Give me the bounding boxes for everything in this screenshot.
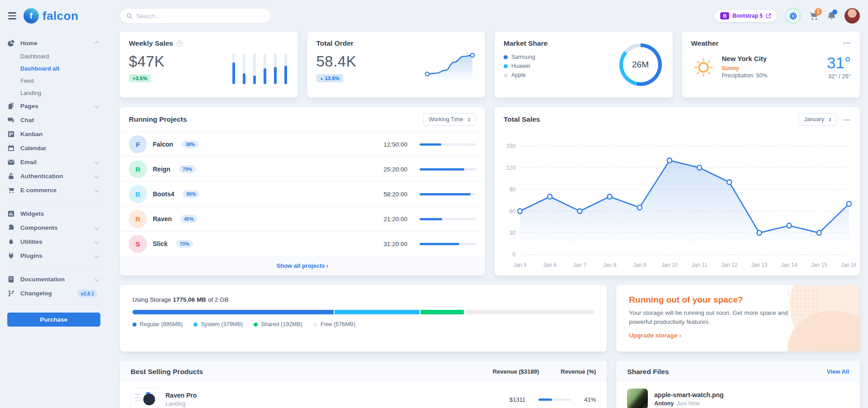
sidebar-item-label: Home [20,40,90,47]
svg-text:Jan 7: Jan 7 [573,262,587,268]
sidebar-item-chat[interactable]: Chat [7,113,101,127]
project-progress-bar [420,193,476,195]
svg-text:90: 90 [509,186,516,193]
product-category[interactable]: Landing [165,401,495,407]
chevron-down-icon [95,160,99,165]
projects-footer: Show all projects › [120,256,485,275]
lock-icon [7,172,15,180]
storage-row: Using Storage 1775.06 MB of 2 GB Regular… [120,285,860,351]
working-time-select[interactable]: Working Time ▲▼ [423,113,476,126]
kanban-icon [7,130,15,138]
market-share-center-label: 26M [619,43,662,86]
pages-icon [7,102,15,110]
help-icon[interactable]: ? [176,40,183,47]
main-content: B Bootstrap 5 1 [108,0,868,408]
project-name[interactable]: Raven [153,215,172,223]
sidebar-item-e-commerce[interactable]: E commerce [7,183,101,197]
project-time: 58:20:00 [383,191,407,198]
total-sales-menu-button[interactable]: ••• [843,116,851,123]
total-order-card: Total Order 58.4K ▲13.6% [307,32,486,98]
search-input[interactable] [136,13,264,19]
project-name[interactable]: Boots4 [153,190,174,198]
storage-card: Using Storage 1775.06 MB of 2 GB Regular… [120,285,607,351]
sidebar-item-changelog[interactable]: Changelogv2.8.1 [7,286,101,300]
bootstrap-5-badge[interactable]: B Bootstrap 5 [715,10,777,22]
weather-card: Weather ••• New York City Sunny Precipit… [682,32,860,98]
falcon-logo-text: falcon [42,9,79,23]
weather-condition: Sunny [722,65,821,71]
upgrade-storage-link[interactable]: Upgrade storage › [629,332,681,339]
hamburger-menu-icon[interactable] [7,9,17,23]
project-percent-badge: 40% [180,215,197,223]
file-author[interactable]: Antony [654,400,674,407]
sidebar-item-feed[interactable]: Feed [7,75,101,87]
show-all-projects-link[interactable]: Show all projects › [277,262,329,269]
select-arrows-icon: ▲▼ [829,117,831,122]
notification-dot [832,9,837,14]
project-avatar: R [129,210,147,228]
caret-up-icon: ▲ [320,76,324,81]
sidebar-item-email[interactable]: Email [7,155,101,169]
svg-text:Jan 13: Jan 13 [751,262,767,268]
project-name[interactable]: Falcon [153,141,173,148]
sidebar-item-utilities[interactable]: Utilities [7,235,101,249]
notifications-button[interactable] [827,11,836,21]
project-row-boots4[interactable]: BBoots490%58:20:00 [120,181,485,206]
total-sales-title: Total Sales [504,115,540,123]
sidebar-item-dashboard[interactable]: Dashboard [7,50,101,62]
calendar-icon [7,144,15,152]
sidebar-item-landing[interactable]: Landing [7,87,101,99]
storage-segment-system [335,310,420,314]
cart-button[interactable]: 1 [809,11,819,21]
legend-dot [254,323,258,327]
sidebar-item-dashboard-alt[interactable]: Dashboard alt [7,62,101,75]
legend-label: Apple [511,72,526,78]
weather-menu-button[interactable]: ••• [843,39,851,46]
project-progress-fill [420,143,441,146]
weekly-sales-title: Weekly Sales [129,39,173,47]
project-row-reign[interactable]: RReign79%25:20:00 [120,157,485,181]
sidebar-item-pages[interactable]: Pages [7,99,101,113]
sidebar-item-authentication[interactable]: Authentication [7,169,101,183]
project-row-slick[interactable]: SSlick70%31:20:00 [120,231,485,256]
project-name[interactable]: Reign [153,166,170,173]
storage-segment-shared [420,310,463,314]
sidebar-item-kanban[interactable]: Kanban [7,127,101,141]
sidebar-item-widgets[interactable]: Widgets [7,207,101,221]
project-row-falcon[interactable]: FFalcon38%12:50:00 [120,132,485,157]
chevron-down-icon [95,226,99,230]
storage-legend-item: System (379MB) [193,321,243,327]
svg-text:Jan 14: Jan 14 [781,262,797,268]
svg-text:150: 150 [506,143,515,149]
search-box[interactable] [120,8,271,24]
sidebar-item-calendar[interactable]: Calendar [7,141,101,155]
sun-icon [691,55,716,79]
product-name[interactable]: Raven Pro [165,392,495,399]
project-row-raven[interactable]: RRaven40%21:20:00 [120,206,485,231]
sidebar-item-label: Components [20,224,90,231]
file-row-apple-smart-watch.png[interactable]: apple-smart-watch.pngAntonyJust Now [616,382,860,408]
project-progress-fill [420,218,442,220]
purchase-button[interactable]: Purchase [7,313,100,327]
sidebar-item-documentation[interactable]: Documentation [7,272,101,286]
legend-label: Shared (192MB) [261,321,302,327]
svg-text:Jan 16: Jan 16 [841,262,856,268]
project-name[interactable]: Slick [153,240,168,247]
month-select[interactable]: January ▲▼ [798,113,837,126]
file-name[interactable]: apple-smart-watch.png [654,391,723,399]
project-time: 31:20:00 [383,241,407,247]
product-row-raven-pro[interactable]: Raven ProLanding$131141% [120,382,607,408]
sidebar-item-components[interactable]: Components [7,221,101,235]
file-time: Just Now [676,400,699,407]
project-progress-bar [420,168,476,171]
user-avatar[interactable] [844,8,860,24]
sidebar-item-home[interactable]: Home [7,36,101,50]
falcon-logo[interactable]: f falcon [24,8,79,24]
project-percent-badge: 70% [176,240,193,248]
storage-legend-item: Shared (192MB) [254,321,302,327]
svg-text:Jan 9: Jan 9 [633,262,646,268]
view-all-link[interactable]: View All [827,368,849,375]
sidebar-item-plugins[interactable]: Plugins [7,249,101,263]
cart-icon [7,186,15,194]
settings-button[interactable] [785,8,801,24]
